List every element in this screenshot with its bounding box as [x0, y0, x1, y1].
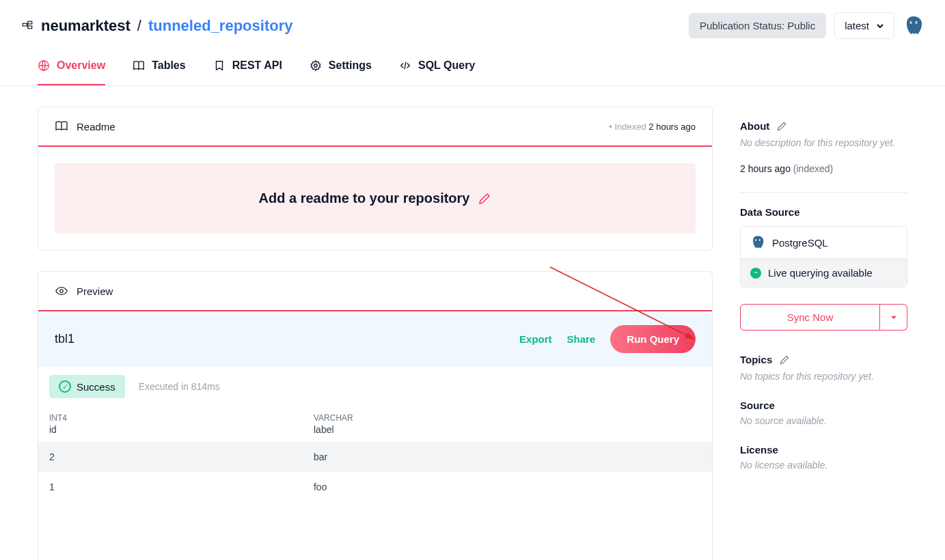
- pulse-icon: ~: [750, 268, 761, 279]
- topics-section: Topics No topics for this repository yet…: [740, 354, 907, 382]
- data-source-panel: PostgreSQL ~ Live querying available: [740, 226, 907, 288]
- about-empty: No description for this repository yet.: [740, 137, 907, 148]
- query-status-row: ✓ Success Executed in 814ms: [38, 367, 712, 406]
- divider: [740, 192, 907, 193]
- svg-point-5: [910, 22, 912, 23]
- svg-point-10: [755, 239, 756, 241]
- license-empty: No license available.: [740, 460, 907, 471]
- table-name: tbl1: [55, 332, 74, 346]
- cell: bar: [303, 442, 712, 472]
- column-header[interactable]: INT4 id: [38, 406, 303, 442]
- export-link[interactable]: Export: [519, 333, 552, 345]
- indexed-label: Indexed: [614, 122, 646, 132]
- results-table: INT4 id VARCHAR label 2 bar: [38, 406, 712, 502]
- run-query-button[interactable]: Run Query: [610, 325, 696, 353]
- sync-dropdown-button[interactable]: [880, 304, 907, 331]
- source-empty: No source available.: [740, 415, 907, 426]
- gear-icon: [310, 59, 322, 72]
- tab-sql-query[interactable]: SQL Query: [399, 59, 475, 85]
- table-row[interactable]: 1 foo: [38, 472, 712, 502]
- preview-card: Preview tbl1 Export Share Run Query ✓ Su…: [38, 271, 713, 560]
- tab-label: Settings: [329, 59, 372, 72]
- tab-tables[interactable]: Tables: [133, 59, 186, 85]
- edit-icon[interactable]: [779, 354, 790, 365]
- breadcrumb-repo[interactable]: tunneled_repository: [148, 17, 292, 35]
- version-label: latest: [845, 20, 869, 31]
- readme-banner-text: Add a readme to your repository: [259, 191, 470, 206]
- readme-title: Readme: [77, 121, 115, 132]
- data-source-row[interactable]: PostgreSQL: [741, 227, 907, 258]
- about-title: About: [740, 120, 769, 132]
- header-actions: Publication Status: Public latest: [689, 12, 925, 39]
- version-selector[interactable]: latest: [834, 12, 894, 39]
- caret-down-icon: [890, 314, 897, 321]
- readme-card-header: Readme • Indexed 2 hours ago: [38, 107, 712, 147]
- live-query-text: Live querying available: [768, 267, 873, 279]
- preview-title: Preview: [77, 285, 113, 297]
- book-icon: [133, 59, 145, 72]
- svg-point-11: [759, 239, 761, 241]
- postgresql-icon: [750, 235, 765, 250]
- breadcrumb: neumarktest / tunneled_repository: [20, 17, 292, 35]
- cell: 2: [38, 442, 303, 472]
- success-badge: ✓ Success: [49, 375, 125, 398]
- indexed-time: 2 hours ago: [648, 122, 696, 132]
- preview-toolbar: tbl1 Export Share Run Query: [38, 311, 712, 367]
- tab-label: REST API: [232, 59, 282, 72]
- indexed-time: 2 hours ago: [740, 163, 791, 174]
- code-icon: [399, 59, 411, 72]
- breadcrumb-owner[interactable]: neumarktest: [41, 17, 131, 35]
- success-label: Success: [77, 381, 115, 393]
- postgresql-icon[interactable]: [903, 15, 925, 37]
- data-source-section: Data Source PostgreSQL ~ Live querying a…: [740, 206, 907, 331]
- table-row[interactable]: 2 bar: [38, 442, 712, 472]
- execution-time: Executed in 814ms: [139, 381, 220, 392]
- topics-title: Topics: [740, 354, 772, 365]
- tabs-nav: Overview Tables REST API Settings SQL Qu…: [0, 39, 945, 86]
- tab-rest-api[interactable]: REST API: [213, 59, 282, 85]
- topics-empty: No topics for this repository yet.: [740, 371, 907, 382]
- eye-icon: [55, 284, 68, 298]
- sync-button-group: Sync Now: [740, 304, 907, 331]
- tab-label: SQL Query: [418, 59, 475, 72]
- svg-rect-2: [28, 26, 32, 29]
- sync-now-button[interactable]: Sync Now: [740, 304, 880, 331]
- globe-icon: [38, 59, 50, 72]
- about-section: About No description for this repository…: [740, 120, 907, 174]
- readme-empty-banner[interactable]: Add a readme to your repository: [55, 163, 696, 234]
- data-source-title: Data Source: [740, 206, 907, 218]
- cell: 1: [38, 472, 303, 502]
- column-header[interactable]: VARCHAR label: [303, 406, 712, 442]
- data-source-name: PostgreSQL: [772, 237, 828, 249]
- svg-rect-1: [28, 21, 32, 24]
- edit-icon[interactable]: [776, 121, 787, 132]
- source-title: Source: [740, 400, 907, 411]
- indexed-suffix: (indexed): [793, 163, 833, 174]
- indexed-status: • Indexed 2 hours ago: [609, 122, 696, 132]
- check-circle-icon: ✓: [59, 380, 71, 393]
- tab-settings[interactable]: Settings: [310, 59, 372, 85]
- tab-label: Tables: [152, 59, 186, 72]
- source-section: Source No source available.: [740, 400, 907, 426]
- header: neumarktest / tunneled_repository Public…: [0, 0, 945, 39]
- breadcrumb-separator: /: [137, 17, 141, 35]
- share-link[interactable]: Share: [567, 333, 596, 345]
- sidebar: About No description for this repository…: [740, 107, 907, 560]
- content-column: Readme • Indexed 2 hours ago Add a readm…: [38, 107, 713, 560]
- app-logo-icon[interactable]: [20, 19, 34, 33]
- bookmark-icon: [213, 59, 225, 72]
- tab-label: Overview: [57, 59, 105, 72]
- license-section: License No license available.: [740, 444, 907, 471]
- live-query-row: ~ Live querying available: [741, 258, 907, 287]
- svg-point-9: [60, 290, 64, 293]
- cell: foo: [303, 472, 712, 502]
- svg-point-6: [916, 22, 917, 23]
- preview-actions: Export Share Run Query: [519, 325, 696, 353]
- license-title: License: [740, 444, 907, 456]
- preview-body: tbl1 Export Share Run Query ✓ Success Ex…: [38, 311, 712, 560]
- publication-status-badge[interactable]: Publication Status: Public: [689, 13, 826, 38]
- main-layout: Readme • Indexed 2 hours ago Add a readm…: [0, 86, 945, 560]
- readme-card: Readme • Indexed 2 hours ago Add a readm…: [38, 107, 713, 251]
- edit-icon: [478, 192, 491, 206]
- tab-overview[interactable]: Overview: [38, 59, 105, 85]
